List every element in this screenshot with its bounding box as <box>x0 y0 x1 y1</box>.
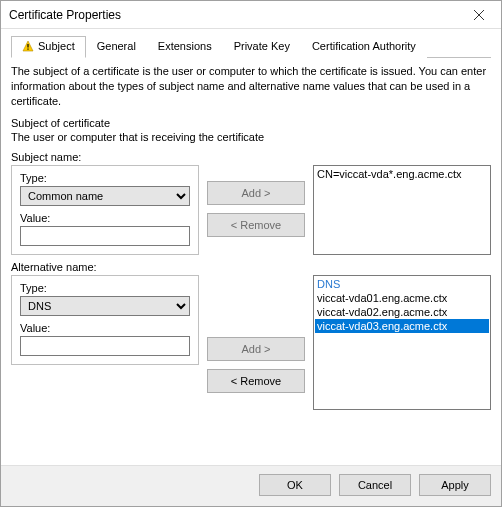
subject-type-label: Type: <box>20 172 190 184</box>
subject-value-label: Value: <box>20 212 190 224</box>
ok-button[interactable]: OK <box>259 474 331 496</box>
tab-private-key-label: Private Key <box>234 40 290 52</box>
subject-name-groupbox: Type: Common name Value: <box>11 165 199 255</box>
alt-type-label: Type: <box>20 282 190 294</box>
certificate-subheading: The user or computer that is receiving t… <box>11 131 491 143</box>
subject-remove-button[interactable]: < Remove <box>207 213 305 237</box>
client-area: Subject General Extensions Private Key C… <box>1 29 501 465</box>
certificate-properties-window: Certificate Properties Subject General E… <box>0 0 502 507</box>
tab-extensions[interactable]: Extensions <box>147 36 223 58</box>
window-title: Certificate Properties <box>9 8 457 22</box>
tab-ca-label: Certification Authority <box>312 40 416 52</box>
tab-subject[interactable]: Subject <box>11 36 86 58</box>
subject-value-input[interactable] <box>20 226 190 246</box>
list-item[interactable]: CN=viccat-vda*.eng.acme.ctx <box>315 167 489 181</box>
tab-general[interactable]: General <box>86 36 147 58</box>
subject-entries-list[interactable]: CN=viccat-vda*.eng.acme.ctx <box>313 165 491 255</box>
description-text: The subject of a certificate is the user… <box>11 64 491 109</box>
svg-rect-3 <box>27 44 28 48</box>
list-item[interactable]: viccat-vda03.eng.acme.ctx <box>315 319 489 333</box>
alt-name-section: Type: DNS Value: Add > < Remove DNSvicca… <box>11 275 491 410</box>
apply-button[interactable]: Apply <box>419 474 491 496</box>
list-group-header: DNS <box>315 277 489 291</box>
subject-add-button[interactable]: Add > <box>207 181 305 205</box>
close-button[interactable] <box>457 1 501 29</box>
tab-private-key[interactable]: Private Key <box>223 36 301 58</box>
tab-extensions-label: Extensions <box>158 40 212 52</box>
alt-remove-button[interactable]: < Remove <box>207 369 305 393</box>
tab-general-label: General <box>97 40 136 52</box>
tab-subject-label: Subject <box>38 40 75 52</box>
cancel-button[interactable]: Cancel <box>339 474 411 496</box>
list-item[interactable]: viccat-vda02.eng.acme.ctx <box>315 305 489 319</box>
tab-ca[interactable]: Certification Authority <box>301 36 427 58</box>
close-icon <box>474 10 484 20</box>
alt-value-label: Value: <box>20 322 190 334</box>
warning-icon <box>22 40 34 54</box>
tab-strip: Subject General Extensions Private Key C… <box>11 35 491 58</box>
alt-name-groupbox: Type: DNS Value: <box>11 275 199 365</box>
certificate-heading: Subject of certificate <box>11 117 491 129</box>
list-item[interactable]: viccat-vda01.eng.acme.ctx <box>315 291 489 305</box>
alt-value-input[interactable] <box>20 336 190 356</box>
alt-add-button[interactable]: Add > <box>207 337 305 361</box>
subject-name-section: Type: Common name Value: Add > < Remove … <box>11 165 491 255</box>
subject-name-label: Subject name: <box>11 151 491 163</box>
subject-type-select[interactable]: Common name <box>20 186 190 206</box>
alt-entries-list[interactable]: DNSviccat-vda01.eng.acme.ctxviccat-vda02… <box>313 275 491 410</box>
titlebar: Certificate Properties <box>1 1 501 29</box>
dialog-button-bar: OK Cancel Apply <box>1 465 501 506</box>
alt-type-select[interactable]: DNS <box>20 296 190 316</box>
alt-name-label: Alternative name: <box>11 261 491 273</box>
svg-rect-4 <box>27 49 28 50</box>
